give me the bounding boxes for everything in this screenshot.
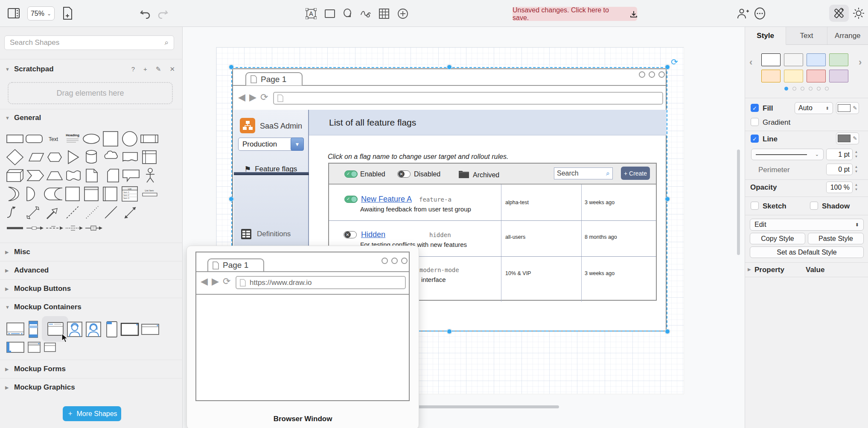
more-icon[interactable] [754,7,766,20]
shape-trapezoid[interactable] [47,172,62,180]
section-advanced[interactable]: ▶Advanced [0,263,183,278]
style-swatch[interactable] [807,70,826,82]
style-swatch[interactable] [784,53,803,66]
shape-text[interactable]: Text [49,136,58,142]
shape-labeled-arrow-4[interactable] [85,226,102,230]
shape-process[interactable] [141,135,158,143]
section-mockup-buttons[interactable]: ▶Mockup Buttons [0,281,183,296]
shape-video-player[interactable] [7,323,24,335]
shape-user-female[interactable] [86,322,101,337]
shape-search-input[interactable]: Search Shapes ⌕ [4,35,174,50]
sketch-mode-button[interactable] [829,5,849,22]
zoom-select[interactable]: 75%⌄ [27,6,55,21]
shape-group[interactable] [28,342,40,352]
gradient-checkbox[interactable] [751,118,759,126]
shape-cylinder[interactable] [86,150,96,163]
shape-ellipse[interactable] [83,134,99,144]
set-default-style-button[interactable]: Set as Default Style [750,246,864,258]
sketch-checkbox[interactable] [751,202,759,210]
share-icon[interactable] [737,8,749,19]
line-checkbox[interactable]: ✓ [751,135,759,143]
selection-handle[interactable] [447,64,452,70]
redo-icon[interactable] [156,9,168,19]
freehand-tool-icon[interactable] [360,8,371,19]
shape-diamond[interactable] [7,150,23,165]
shape-arrow[interactable] [47,208,57,219]
shape-heading[interactable]: Heading [66,133,79,142]
shape-container[interactable] [66,187,79,201]
shape-user-male[interactable] [67,322,82,337]
line-color-button[interactable]: ✎ [836,132,859,144]
shape-labeled-arrow-2[interactable] [46,226,63,230]
shape-triangle[interactable] [68,151,79,164]
carousel-dot[interactable] [801,87,804,91]
stepper-arrows[interactable]: ▲▼ [853,165,859,173]
environment-select[interactable]: Production ▼ [238,138,304,151]
theme-icon[interactable] [853,7,865,19]
shape-labeled-arrow-3[interactable] [66,226,83,230]
shape-and[interactable] [27,187,35,201]
selection-handle[interactable] [665,64,670,70]
flag-name-link[interactable]: Hidden [361,230,385,239]
mockup-page-tab[interactable]: Page 1 [245,72,303,85]
shape-line[interactable] [105,206,117,218]
style-swatch[interactable] [807,53,826,66]
undo-icon[interactable] [140,9,152,19]
shape-cube[interactable] [7,170,23,182]
stepper-arrows[interactable]: ▲▼ [853,183,859,191]
table-tool-icon[interactable] [379,8,390,19]
carousel-dot[interactable] [784,87,788,91]
help-icon[interactable]: ? [131,65,135,73]
stepper-arrows[interactable]: ▲▼ [853,150,859,158]
section-misc[interactable]: ▶Misc [0,245,183,259]
fill-mode-select[interactable]: Auto⬍ [795,102,833,114]
canvas[interactable]: Page 1 ◀ ▶ ⟳ SaaS Admin Production ▼ ⚑ F… [183,27,745,428]
shape-card[interactable] [108,169,119,182]
style-swatch[interactable] [829,70,848,82]
section-scratchpad[interactable]: ▼ Scratchpad ? + ✎ ✕ [0,62,183,76]
row-toggle-on[interactable]: ✓ [344,196,358,203]
shape-window[interactable] [121,323,138,335]
shape-parallelogram[interactable] [29,153,44,161]
selection-handle[interactable] [229,196,234,202]
selection-handle[interactable] [665,329,670,334]
carousel-dot[interactable] [792,87,796,91]
section-mockup-forms[interactable]: ▶Mockup Forms [0,362,183,376]
vertical-scrollbar[interactable] [737,150,740,255]
style-swatch[interactable] [761,53,781,66]
shape-tab-container[interactable] [7,342,24,352]
shape-dashed-line[interactable] [67,206,79,218]
panels-icon[interactable] [8,8,20,19]
fill-checkbox[interactable]: ✓ [751,104,759,112]
shape-container-titlebar[interactable] [84,187,98,201]
selection-handle[interactable] [229,64,234,70]
shape-curve[interactable] [7,206,15,217]
more-shapes-button[interactable]: ＋More Shapes [63,406,121,421]
fill-color-button[interactable]: ✎ [836,102,859,114]
edit-icon[interactable]: ✎ [156,65,161,73]
shape-labeled-arrow-1[interactable] [26,226,44,230]
shape-circle[interactable] [122,132,137,146]
flag-search-input[interactable]: Search ⌕ [554,167,613,179]
shape-actor[interactable] [146,168,154,182]
unsaved-changes-button[interactable]: Unsaved changes. Click here to save. [513,7,637,21]
insert-icon[interactable] [397,8,408,19]
style-swatch[interactable] [761,70,781,82]
style-swatch[interactable] [829,53,848,66]
shapes-tool-icon[interactable] [343,8,354,19]
nav-definitions[interactable]: Definitions [241,228,309,240]
shape-step[interactable] [27,170,44,181]
add-icon[interactable]: + [143,65,147,73]
shape-hexagon[interactable] [48,153,61,161]
rotate-handle-icon[interactable]: ⟳ [671,57,678,67]
carousel-dot[interactable] [809,87,813,91]
shape-rounded-rectangle[interactable] [26,135,42,143]
copy-style-button[interactable]: Copy Style [750,233,805,244]
shape-sidebar-list[interactable] [29,321,38,337]
shape-double-arrow[interactable] [125,207,136,218]
shadow-checkbox[interactable] [810,202,818,210]
shape-note[interactable] [86,169,97,182]
create-flag-button[interactable]: + Create [621,167,650,180]
text-tool-icon[interactable]: A [306,8,317,19]
tab-text[interactable]: Text [786,27,827,44]
